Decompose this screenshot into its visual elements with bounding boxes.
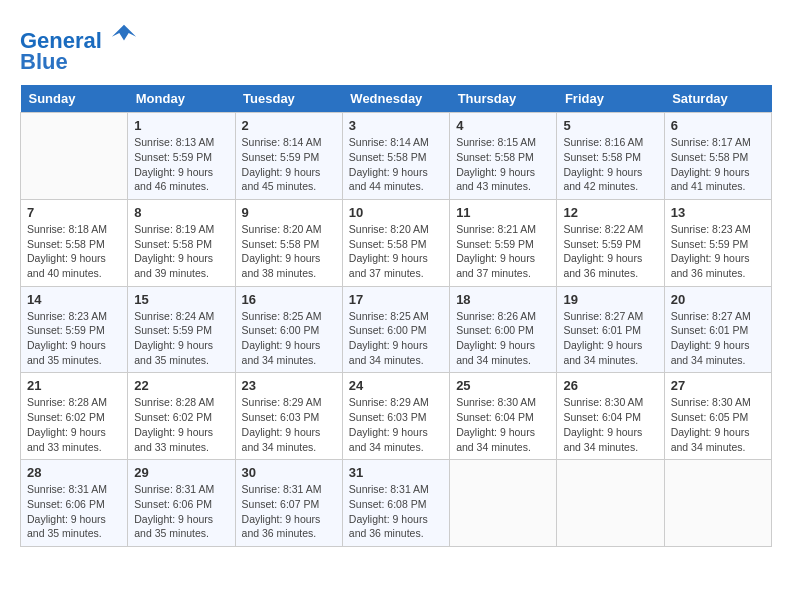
calendar-cell: 18Sunrise: 8:26 AM Sunset: 6:00 PM Dayli… [450,286,557,373]
day-info: Sunrise: 8:29 AM Sunset: 6:03 PM Dayligh… [349,395,443,454]
calendar-cell: 12Sunrise: 8:22 AM Sunset: 5:59 PM Dayli… [557,199,664,286]
calendar-cell: 26Sunrise: 8:30 AM Sunset: 6:04 PM Dayli… [557,373,664,460]
weekday-header-monday: Monday [128,85,235,113]
day-number: 16 [242,292,336,307]
calendar-header: SundayMondayTuesdayWednesdayThursdayFrid… [21,85,772,113]
calendar-week-5: 28Sunrise: 8:31 AM Sunset: 6:06 PM Dayli… [21,460,772,547]
calendar-cell: 16Sunrise: 8:25 AM Sunset: 6:00 PM Dayli… [235,286,342,373]
day-number: 21 [27,378,121,393]
day-info: Sunrise: 8:25 AM Sunset: 6:00 PM Dayligh… [349,309,443,368]
calendar-cell: 29Sunrise: 8:31 AM Sunset: 6:06 PM Dayli… [128,460,235,547]
day-info: Sunrise: 8:31 AM Sunset: 6:06 PM Dayligh… [27,482,121,541]
weekday-header-thursday: Thursday [450,85,557,113]
weekday-header-tuesday: Tuesday [235,85,342,113]
calendar-cell [557,460,664,547]
day-info: Sunrise: 8:30 AM Sunset: 6:04 PM Dayligh… [563,395,657,454]
calendar-cell: 13Sunrise: 8:23 AM Sunset: 5:59 PM Dayli… [664,199,771,286]
calendar-cell: 25Sunrise: 8:30 AM Sunset: 6:04 PM Dayli… [450,373,557,460]
day-number: 5 [563,118,657,133]
calendar-cell: 6Sunrise: 8:17 AM Sunset: 5:58 PM Daylig… [664,113,771,200]
calendar-cell: 31Sunrise: 8:31 AM Sunset: 6:08 PM Dayli… [342,460,449,547]
day-number: 20 [671,292,765,307]
day-info: Sunrise: 8:20 AM Sunset: 5:58 PM Dayligh… [349,222,443,281]
calendar-cell: 2Sunrise: 8:14 AM Sunset: 5:59 PM Daylig… [235,113,342,200]
day-info: Sunrise: 8:30 AM Sunset: 6:04 PM Dayligh… [456,395,550,454]
day-info: Sunrise: 8:19 AM Sunset: 5:58 PM Dayligh… [134,222,228,281]
day-number: 14 [27,292,121,307]
day-info: Sunrise: 8:31 AM Sunset: 6:07 PM Dayligh… [242,482,336,541]
calendar-cell: 28Sunrise: 8:31 AM Sunset: 6:06 PM Dayli… [21,460,128,547]
logo-bird-icon [110,20,138,48]
calendar-cell: 20Sunrise: 8:27 AM Sunset: 6:01 PM Dayli… [664,286,771,373]
day-number: 22 [134,378,228,393]
day-number: 25 [456,378,550,393]
calendar-cell: 17Sunrise: 8:25 AM Sunset: 6:00 PM Dayli… [342,286,449,373]
day-number: 24 [349,378,443,393]
day-info: Sunrise: 8:17 AM Sunset: 5:58 PM Dayligh… [671,135,765,194]
calendar-cell: 27Sunrise: 8:30 AM Sunset: 6:05 PM Dayli… [664,373,771,460]
calendar-cell: 21Sunrise: 8:28 AM Sunset: 6:02 PM Dayli… [21,373,128,460]
calendar-cell: 22Sunrise: 8:28 AM Sunset: 6:02 PM Dayli… [128,373,235,460]
calendar-cell: 5Sunrise: 8:16 AM Sunset: 5:58 PM Daylig… [557,113,664,200]
calendar-week-2: 7Sunrise: 8:18 AM Sunset: 5:58 PM Daylig… [21,199,772,286]
day-number: 12 [563,205,657,220]
day-number: 4 [456,118,550,133]
day-number: 6 [671,118,765,133]
day-number: 2 [242,118,336,133]
calendar-cell [21,113,128,200]
day-info: Sunrise: 8:25 AM Sunset: 6:00 PM Dayligh… [242,309,336,368]
day-info: Sunrise: 8:22 AM Sunset: 5:59 PM Dayligh… [563,222,657,281]
day-number: 13 [671,205,765,220]
day-info: Sunrise: 8:27 AM Sunset: 6:01 PM Dayligh… [563,309,657,368]
day-number: 26 [563,378,657,393]
day-number: 19 [563,292,657,307]
day-info: Sunrise: 8:26 AM Sunset: 6:00 PM Dayligh… [456,309,550,368]
day-info: Sunrise: 8:23 AM Sunset: 5:59 PM Dayligh… [671,222,765,281]
day-number: 28 [27,465,121,480]
day-number: 23 [242,378,336,393]
calendar-week-4: 21Sunrise: 8:28 AM Sunset: 6:02 PM Dayli… [21,373,772,460]
calendar-cell: 4Sunrise: 8:15 AM Sunset: 5:58 PM Daylig… [450,113,557,200]
day-info: Sunrise: 8:24 AM Sunset: 5:59 PM Dayligh… [134,309,228,368]
calendar-cell: 1Sunrise: 8:13 AM Sunset: 5:59 PM Daylig… [128,113,235,200]
day-number: 30 [242,465,336,480]
day-number: 15 [134,292,228,307]
day-info: Sunrise: 8:16 AM Sunset: 5:58 PM Dayligh… [563,135,657,194]
day-info: Sunrise: 8:21 AM Sunset: 5:59 PM Dayligh… [456,222,550,281]
day-info: Sunrise: 8:28 AM Sunset: 6:02 PM Dayligh… [27,395,121,454]
weekday-header-friday: Friday [557,85,664,113]
calendar-cell: 8Sunrise: 8:19 AM Sunset: 5:58 PM Daylig… [128,199,235,286]
day-info: Sunrise: 8:31 AM Sunset: 6:08 PM Dayligh… [349,482,443,541]
calendar-cell [664,460,771,547]
day-number: 29 [134,465,228,480]
day-info: Sunrise: 8:15 AM Sunset: 5:58 PM Dayligh… [456,135,550,194]
day-info: Sunrise: 8:29 AM Sunset: 6:03 PM Dayligh… [242,395,336,454]
day-info: Sunrise: 8:27 AM Sunset: 6:01 PM Dayligh… [671,309,765,368]
day-info: Sunrise: 8:31 AM Sunset: 6:06 PM Dayligh… [134,482,228,541]
calendar-cell [450,460,557,547]
day-number: 10 [349,205,443,220]
calendar-cell: 10Sunrise: 8:20 AM Sunset: 5:58 PM Dayli… [342,199,449,286]
calendar-cell: 24Sunrise: 8:29 AM Sunset: 6:03 PM Dayli… [342,373,449,460]
calendar-cell: 11Sunrise: 8:21 AM Sunset: 5:59 PM Dayli… [450,199,557,286]
calendar-cell: 3Sunrise: 8:14 AM Sunset: 5:58 PM Daylig… [342,113,449,200]
day-info: Sunrise: 8:14 AM Sunset: 5:59 PM Dayligh… [242,135,336,194]
calendar-cell: 19Sunrise: 8:27 AM Sunset: 6:01 PM Dayli… [557,286,664,373]
calendar-cell: 15Sunrise: 8:24 AM Sunset: 5:59 PM Dayli… [128,286,235,373]
day-info: Sunrise: 8:13 AM Sunset: 5:59 PM Dayligh… [134,135,228,194]
svg-marker-0 [112,25,136,41]
day-number: 8 [134,205,228,220]
day-info: Sunrise: 8:14 AM Sunset: 5:58 PM Dayligh… [349,135,443,194]
day-number: 11 [456,205,550,220]
day-info: Sunrise: 8:23 AM Sunset: 5:59 PM Dayligh… [27,309,121,368]
calendar-body: 1Sunrise: 8:13 AM Sunset: 5:59 PM Daylig… [21,113,772,547]
calendar-cell: 23Sunrise: 8:29 AM Sunset: 6:03 PM Dayli… [235,373,342,460]
logo: General Blue [20,20,138,75]
calendar-week-3: 14Sunrise: 8:23 AM Sunset: 5:59 PM Dayli… [21,286,772,373]
day-number: 1 [134,118,228,133]
calendar-cell: 30Sunrise: 8:31 AM Sunset: 6:07 PM Dayli… [235,460,342,547]
day-number: 18 [456,292,550,307]
calendar-cell: 9Sunrise: 8:20 AM Sunset: 5:58 PM Daylig… [235,199,342,286]
day-number: 27 [671,378,765,393]
day-info: Sunrise: 8:28 AM Sunset: 6:02 PM Dayligh… [134,395,228,454]
